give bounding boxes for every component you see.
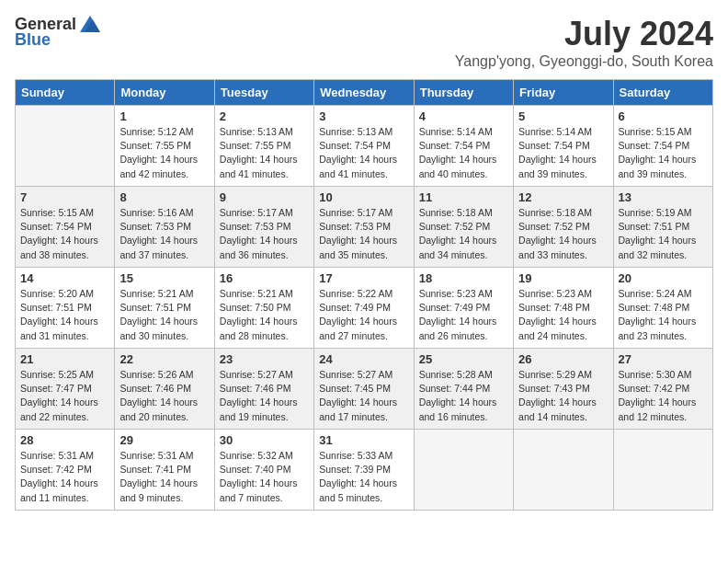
calendar-cell: 10Sunrise: 5:17 AM Sunset: 7:53 PM Dayli…: [314, 187, 414, 268]
calendar-cell: 18Sunrise: 5:23 AM Sunset: 7:49 PM Dayli…: [414, 268, 513, 349]
calendar-cell: 11Sunrise: 5:18 AM Sunset: 7:52 PM Dayli…: [414, 187, 513, 268]
day-number: 23: [220, 352, 309, 366]
day-info: Sunrise: 5:21 AM Sunset: 7:50 PM Dayligh…: [220, 287, 309, 343]
calendar-cell: 25Sunrise: 5:28 AM Sunset: 7:44 PM Dayli…: [414, 349, 513, 430]
day-info: Sunrise: 5:19 AM Sunset: 7:51 PM Dayligh…: [619, 206, 708, 262]
day-number: 28: [20, 433, 109, 447]
day-number: 19: [518, 271, 608, 285]
day-number: 20: [619, 271, 708, 285]
calendar-cell: 5Sunrise: 5:14 AM Sunset: 7:54 PM Daylig…: [514, 106, 613, 187]
day-number: 24: [319, 352, 408, 366]
calendar-cell: 3Sunrise: 5:13 AM Sunset: 7:54 PM Daylig…: [314, 106, 414, 187]
day-info: Sunrise: 5:23 AM Sunset: 7:48 PM Dayligh…: [518, 287, 608, 343]
day-info: Sunrise: 5:27 AM Sunset: 7:45 PM Dayligh…: [319, 368, 408, 424]
location-title: Yangp'yong, Gyeonggi-do, South Korea: [455, 53, 713, 70]
day-info: Sunrise: 5:24 AM Sunset: 7:48 PM Dayligh…: [619, 287, 708, 343]
calendar-cell: 4Sunrise: 5:14 AM Sunset: 7:54 PM Daylig…: [414, 106, 513, 187]
day-info: Sunrise: 5:13 AM Sunset: 7:54 PM Dayligh…: [319, 125, 408, 181]
day-number: 27: [619, 352, 708, 366]
day-info: Sunrise: 5:14 AM Sunset: 7:54 PM Dayligh…: [419, 125, 508, 181]
calendar-cell: [514, 430, 613, 511]
header-wednesday: Wednesday: [314, 80, 414, 106]
calendar-cell: [613, 430, 712, 511]
calendar-week-row: 14Sunrise: 5:20 AM Sunset: 7:51 PM Dayli…: [16, 268, 713, 349]
header-friday: Friday: [514, 80, 613, 106]
logo: General Blue: [15, 15, 100, 50]
day-number: 9: [220, 190, 309, 204]
calendar-cell: 12Sunrise: 5:18 AM Sunset: 7:52 PM Dayli…: [514, 187, 613, 268]
header-saturday: Saturday: [613, 80, 712, 106]
day-number: 17: [319, 271, 408, 285]
day-number: 10: [319, 190, 408, 204]
day-info: Sunrise: 5:15 AM Sunset: 7:54 PM Dayligh…: [619, 125, 708, 181]
day-info: Sunrise: 5:33 AM Sunset: 7:39 PM Dayligh…: [319, 449, 408, 505]
calendar-week-row: 1Sunrise: 5:12 AM Sunset: 7:55 PM Daylig…: [16, 106, 713, 187]
day-info: Sunrise: 5:18 AM Sunset: 7:52 PM Dayligh…: [518, 206, 608, 262]
calendar-table: SundayMondayTuesdayWednesdayThursdayFrid…: [15, 79, 713, 511]
calendar-cell: 6Sunrise: 5:15 AM Sunset: 7:54 PM Daylig…: [613, 106, 712, 187]
calendar-cell: 29Sunrise: 5:31 AM Sunset: 7:41 PM Dayli…: [115, 430, 214, 511]
calendar-week-row: 28Sunrise: 5:31 AM Sunset: 7:42 PM Dayli…: [16, 430, 713, 511]
day-number: 7: [20, 190, 109, 204]
day-number: 26: [518, 352, 608, 366]
calendar-cell: 24Sunrise: 5:27 AM Sunset: 7:45 PM Dayli…: [314, 349, 414, 430]
day-number: 29: [119, 433, 209, 447]
header-monday: Monday: [115, 80, 214, 106]
calendar-cell: [414, 430, 513, 511]
day-number: 13: [619, 190, 708, 204]
header-thursday: Thursday: [414, 80, 513, 106]
calendar-cell: 21Sunrise: 5:25 AM Sunset: 7:47 PM Dayli…: [16, 349, 115, 430]
calendar-cell: 15Sunrise: 5:21 AM Sunset: 7:51 PM Dayli…: [115, 268, 214, 349]
calendar-cell: 26Sunrise: 5:29 AM Sunset: 7:43 PM Dayli…: [514, 349, 613, 430]
calendar-week-row: 7Sunrise: 5:15 AM Sunset: 7:54 PM Daylig…: [16, 187, 713, 268]
day-number: 3: [319, 109, 408, 123]
calendar-cell: 8Sunrise: 5:16 AM Sunset: 7:53 PM Daylig…: [115, 187, 214, 268]
day-info: Sunrise: 5:31 AM Sunset: 7:41 PM Dayligh…: [119, 449, 209, 505]
calendar-cell: 9Sunrise: 5:17 AM Sunset: 7:53 PM Daylig…: [214, 187, 313, 268]
calendar-cell: 22Sunrise: 5:26 AM Sunset: 7:46 PM Dayli…: [115, 349, 214, 430]
day-number: 8: [119, 190, 209, 204]
header-sunday: Sunday: [16, 80, 115, 106]
day-info: Sunrise: 5:32 AM Sunset: 7:40 PM Dayligh…: [220, 449, 309, 505]
day-info: Sunrise: 5:21 AM Sunset: 7:51 PM Dayligh…: [119, 287, 209, 343]
calendar-cell: 28Sunrise: 5:31 AM Sunset: 7:42 PM Dayli…: [16, 430, 115, 511]
calendar-week-row: 21Sunrise: 5:25 AM Sunset: 7:47 PM Dayli…: [16, 349, 713, 430]
calendar-cell: 19Sunrise: 5:23 AM Sunset: 7:48 PM Dayli…: [514, 268, 613, 349]
day-info: Sunrise: 5:26 AM Sunset: 7:46 PM Dayligh…: [119, 368, 209, 424]
calendar-cell: 7Sunrise: 5:15 AM Sunset: 7:54 PM Daylig…: [16, 187, 115, 268]
day-info: Sunrise: 5:27 AM Sunset: 7:46 PM Dayligh…: [220, 368, 309, 424]
logo-icon: [80, 16, 100, 32]
day-number: 18: [419, 271, 508, 285]
title-block: July 2024 Yangp'yong, Gyeonggi-do, South…: [455, 15, 713, 70]
day-info: Sunrise: 5:30 AM Sunset: 7:42 PM Dayligh…: [619, 368, 708, 424]
day-number: 4: [419, 109, 508, 123]
calendar-cell: 2Sunrise: 5:13 AM Sunset: 7:55 PM Daylig…: [214, 106, 313, 187]
day-info: Sunrise: 5:12 AM Sunset: 7:55 PM Dayligh…: [119, 125, 209, 181]
day-info: Sunrise: 5:15 AM Sunset: 7:54 PM Dayligh…: [20, 206, 109, 262]
day-info: Sunrise: 5:16 AM Sunset: 7:53 PM Dayligh…: [119, 206, 209, 262]
calendar-cell: 31Sunrise: 5:33 AM Sunset: 7:39 PM Dayli…: [314, 430, 414, 511]
month-title: July 2024: [455, 15, 713, 53]
day-number: 1: [119, 109, 209, 123]
day-number: 14: [20, 271, 109, 285]
day-info: Sunrise: 5:18 AM Sunset: 7:52 PM Dayligh…: [419, 206, 508, 262]
day-info: Sunrise: 5:17 AM Sunset: 7:53 PM Dayligh…: [220, 206, 309, 262]
calendar-cell: 16Sunrise: 5:21 AM Sunset: 7:50 PM Dayli…: [214, 268, 313, 349]
calendar-cell: 17Sunrise: 5:22 AM Sunset: 7:49 PM Dayli…: [314, 268, 414, 349]
day-info: Sunrise: 5:14 AM Sunset: 7:54 PM Dayligh…: [518, 125, 608, 181]
calendar-cell: 13Sunrise: 5:19 AM Sunset: 7:51 PM Dayli…: [613, 187, 712, 268]
page-header: General Blue July 2024 Yangp'yong, Gyeon…: [15, 15, 713, 70]
calendar-cell: 14Sunrise: 5:20 AM Sunset: 7:51 PM Dayli…: [16, 268, 115, 349]
calendar-cell: 30Sunrise: 5:32 AM Sunset: 7:40 PM Dayli…: [214, 430, 313, 511]
calendar-cell: 27Sunrise: 5:30 AM Sunset: 7:42 PM Dayli…: [613, 349, 712, 430]
day-info: Sunrise: 5:23 AM Sunset: 7:49 PM Dayligh…: [419, 287, 508, 343]
calendar-cell: 20Sunrise: 5:24 AM Sunset: 7:48 PM Dayli…: [613, 268, 712, 349]
calendar-cell: 1Sunrise: 5:12 AM Sunset: 7:55 PM Daylig…: [115, 106, 214, 187]
day-info: Sunrise: 5:17 AM Sunset: 7:53 PM Dayligh…: [319, 206, 408, 262]
calendar-header-row: SundayMondayTuesdayWednesdayThursdayFrid…: [16, 80, 713, 106]
day-number: 16: [220, 271, 309, 285]
day-number: 5: [518, 109, 608, 123]
day-number: 21: [20, 352, 109, 366]
day-number: 11: [419, 190, 508, 204]
day-number: 15: [119, 271, 209, 285]
